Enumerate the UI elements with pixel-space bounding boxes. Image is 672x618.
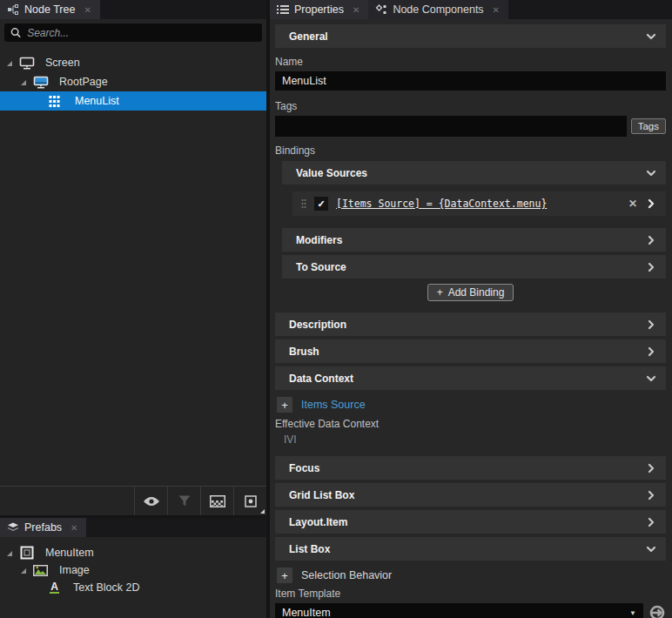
section-layout-item[interactable]: Layout.Item	[275, 510, 666, 534]
items-source-row: + Items Source	[275, 395, 666, 414]
tab-prefabs[interactable]: Prefabs ✕	[0, 518, 86, 537]
binding-checkbox[interactable]: ✓	[314, 197, 328, 211]
node-tree-icon	[7, 3, 19, 16]
chevron-right-icon[interactable]	[645, 198, 657, 210]
tree-item-label: MenuList	[75, 95, 119, 107]
drag-handle-icon[interactable]	[301, 198, 306, 209]
chevron-right-icon	[645, 516, 657, 528]
section-data-context[interactable]: Data Context	[275, 366, 666, 390]
prefab-item-menuitem[interactable]: MenuItem	[0, 544, 266, 561]
remove-binding-icon[interactable]: ✕	[628, 198, 637, 210]
section-value-sources[interactable]: Value Sources	[282, 161, 666, 185]
tab-properties-label: Properties	[294, 3, 344, 16]
tab-node-tree-label: Node Tree	[24, 3, 75, 16]
visibility-button[interactable]	[134, 487, 167, 515]
add-selection-behavior-button[interactable]: +	[277, 568, 292, 583]
tags-label: Tags	[275, 100, 666, 112]
chevron-right-icon	[645, 319, 657, 331]
section-modifiers[interactable]: Modifiers	[282, 228, 666, 252]
section-to-source[interactable]: To Source	[282, 255, 666, 279]
tree-item-label: RootPage	[59, 76, 108, 88]
section-description[interactable]: Description	[275, 312, 666, 336]
close-icon[interactable]: ✕	[69, 522, 79, 534]
tab-node-components[interactable]: Node Components ✕	[368, 0, 508, 19]
add-items-source-button[interactable]: +	[277, 397, 292, 413]
section-general[interactable]: General	[275, 24, 666, 48]
isolate-button[interactable]	[233, 487, 266, 515]
prefabs-panel: Prefabs ✕ MenuItem Image A Text Block	[0, 518, 266, 618]
search-box[interactable]	[4, 24, 262, 42]
selection-behavior-row: + Selection Behavior	[275, 566, 666, 585]
expander-icon[interactable]	[19, 567, 28, 574]
isolate-icon	[245, 495, 257, 507]
node-tree-toolbar	[0, 486, 266, 515]
search-area	[0, 19, 266, 46]
binding-row: ✓ [Items Source] = {DataContext.menu} ✕	[292, 191, 666, 216]
section-title: Focus	[289, 462, 645, 474]
image-icon	[32, 565, 49, 576]
prefab-item-image[interactable]: Image	[0, 561, 266, 579]
section-list-box[interactable]: List Box	[275, 537, 666, 561]
section-title: Description	[289, 319, 645, 331]
tree-item-screen[interactable]: Screen	[0, 53, 266, 72]
bindings-label: Bindings	[275, 144, 666, 157]
item-template-row: MenuItem ▼	[275, 603, 666, 618]
expander-icon[interactable]	[5, 549, 14, 557]
prefabs-tree: MenuItem Image A Text Block 2D	[0, 544, 266, 596]
properties-tabbar: Properties ✕ Node Components ✕	[270, 0, 672, 19]
grid-list-icon	[48, 95, 64, 108]
chevron-down-icon	[645, 543, 657, 555]
section-focus[interactable]: Focus	[275, 456, 666, 480]
checkerboard-button[interactable]	[200, 487, 233, 515]
add-binding-button[interactable]: + Add Binding	[427, 284, 514, 301]
tree-item-menulist[interactable]: MenuList	[0, 91, 266, 111]
tags-input[interactable]	[275, 116, 627, 137]
item-template-value: MenuItem	[282, 607, 331, 618]
node-tree-panel: Node Tree ✕ Screen R	[0, 0, 266, 515]
layers-icon	[7, 522, 19, 533]
section-title: Brush	[289, 346, 645, 358]
expander-icon[interactable]	[5, 59, 14, 67]
items-source-link[interactable]: Items Source	[301, 399, 366, 411]
list-icon	[277, 4, 289, 15]
section-title: Modifiers	[296, 234, 645, 246]
filter-button[interactable]	[167, 487, 200, 515]
tab-properties[interactable]: Properties ✕	[270, 0, 368, 19]
chevron-right-icon	[645, 234, 657, 246]
tags-button[interactable]: Tags	[631, 118, 666, 134]
effective-data-context-value: IVI	[275, 433, 666, 446]
chevron-down-icon: ▼	[629, 609, 636, 617]
item-template-label: Item Template	[275, 588, 666, 600]
name-label: Name	[275, 56, 666, 68]
close-icon[interactable]: ✕	[82, 4, 92, 16]
tree-item-rootpage[interactable]: RootPage	[0, 72, 266, 91]
node-tree: Screen RootPage MenuList	[0, 53, 266, 111]
chevron-right-icon	[645, 346, 657, 358]
chevron-right-icon	[645, 489, 657, 501]
section-title: Value Sources	[296, 167, 645, 179]
properties-content: General Name Tags Tags Bindings Value So…	[270, 19, 672, 618]
selection-behavior-label: Selection Behavior	[301, 569, 392, 581]
section-grid-list-box[interactable]: Grid List Box	[275, 483, 666, 507]
close-icon[interactable]: ✕	[491, 4, 501, 16]
section-title: List Box	[289, 543, 645, 555]
search-input[interactable]	[27, 27, 256, 39]
expander-icon[interactable]	[19, 78, 28, 86]
checkerboard-icon	[210, 495, 225, 507]
prefab-item-label: MenuItem	[45, 547, 94, 559]
empty-node-icon	[18, 546, 35, 560]
tab-prefabs-label: Prefabs	[24, 521, 62, 534]
prefab-item-textblock[interactable]: A Text Block 2D	[0, 579, 266, 596]
chevron-right-icon	[645, 261, 657, 273]
section-title: Layout.Item	[289, 516, 645, 528]
name-input[interactable]	[275, 71, 666, 91]
tags-row: Tags	[275, 116, 666, 137]
item-template-dropdown[interactable]: MenuItem ▼	[275, 603, 643, 618]
page-icon	[32, 76, 49, 89]
tab-node-tree[interactable]: Node Tree ✕	[0, 0, 100, 19]
close-icon[interactable]: ✕	[351, 4, 361, 16]
binding-expression-link[interactable]: [Items Source] = {DataContext.menu}	[336, 198, 621, 210]
app-window: Node Tree ✕ Screen R	[0, 0, 672, 618]
section-brush[interactable]: Brush	[275, 339, 666, 363]
goto-resource-button[interactable]	[648, 604, 666, 618]
